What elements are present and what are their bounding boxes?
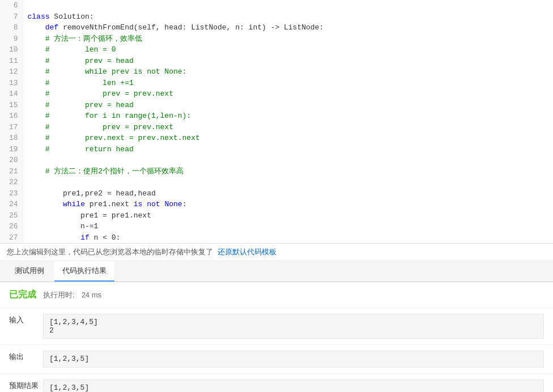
line-code: pre1,pre2 = head,head (23, 188, 553, 199)
input-value-box: [1,2,3,4,5] 2 (43, 314, 544, 339)
table-row: 13 # len +=1 (0, 78, 553, 89)
comment-line: # prev = head (28, 101, 134, 109)
comment-line: # 方法一：两个循环，效率低 (28, 35, 143, 43)
comment-line: # for i in range(1,len-n): (28, 112, 192, 120)
line-code: # 方法一：两个循环，效率低 (23, 33, 553, 45)
table-row: 23 pre1,pre2 = head,head (0, 188, 553, 199)
table-row: 18 # prev.next = prev.next.next (0, 133, 553, 144)
line-number: 13 (0, 78, 23, 89)
line-code: # 方法二：使用2个指针，一个循环效率高 (23, 166, 553, 177)
table-row: 26 n-=1 (0, 221, 553, 232)
recovery-link[interactable]: 还原默认代码模板 (218, 248, 276, 257)
exec-time-value: 24 ms (82, 291, 101, 299)
comment-line: # len +=1 (28, 79, 134, 87)
comment-line: # 方法二：使用2个指针，一个循环效率高 (28, 167, 184, 176)
recovery-bar: 您上次编辑到这里，代码已从您浏览器本地的临时存储中恢复了 还原默认代码模板 (0, 244, 553, 261)
line-number: 25 (0, 210, 23, 221)
table-row: 15 # prev = head (0, 100, 553, 111)
line-code: n-=1 (23, 221, 553, 232)
line-number: 23 (0, 188, 23, 199)
line-code: # len +=1 (23, 78, 553, 89)
line-number: 8 (0, 22, 23, 33)
code-table: 6 7 class Solution: 8 def removeNthFromE… (0, 0, 553, 243)
line-number: 12 (0, 66, 23, 78)
status-row: 已完成 执行用时: 24 ms (0, 282, 553, 308)
table-row: 11 # prev = head (0, 56, 553, 67)
output-value: [1,2,3,5] (49, 355, 538, 363)
line-number: 14 (0, 88, 23, 100)
line-number: 21 (0, 166, 23, 177)
line-code: # prev.next = prev.next.next (23, 133, 553, 144)
keyword-if: if (80, 233, 90, 242)
output-row: 输出 [1,2,3,5] (0, 345, 553, 374)
status-badge: 已完成 (9, 289, 36, 301)
line-code: # len = 0 (23, 44, 553, 56)
class-name: Solution: (54, 12, 93, 21)
recovery-text: 您上次编辑到这里，代码已从您浏览器本地的临时存储中恢复了 (7, 248, 213, 257)
comment-line: # prev = prev.next (28, 90, 173, 98)
table-row: 17 # prev = prev.next (0, 122, 553, 133)
line-code: pre1 = pre1.next (23, 210, 553, 221)
line-code: # prev = prev.next (23, 122, 553, 133)
comment-line: # len = 0 (28, 45, 116, 54)
table-row: 19 # return head (0, 144, 553, 155)
keyword-while: while (63, 200, 85, 208)
table-row: 21 # 方法二：使用2个指针，一个循环效率高 (0, 166, 553, 177)
line-code (23, 155, 553, 166)
keyword-is: is (134, 200, 143, 208)
comment-line: # prev = head (28, 57, 134, 65)
expected-label: 预期结果 (9, 380, 43, 391)
line-code: # while prev is not None: (23, 66, 553, 78)
line-number: 6 (0, 0, 23, 11)
comment-line: # while prev is not None: (28, 67, 187, 76)
table-row: 27 if n < 0: (0, 232, 553, 244)
keyword-none: None (164, 200, 182, 208)
line-number: 24 (0, 199, 23, 210)
table-row: 9 # 方法一：两个循环，效率低 (0, 33, 553, 45)
output-value-box: [1,2,3,5] (43, 351, 544, 368)
table-row: 20 (0, 155, 553, 166)
line-number: 16 (0, 110, 23, 122)
line-number: 20 (0, 155, 23, 166)
tab-exec-result[interactable]: 代码执行结果 (54, 261, 114, 282)
keyword-class: class (28, 12, 50, 21)
keyword-not: not (147, 200, 160, 208)
line-number: 19 (0, 144, 23, 155)
line-code: # return head (23, 144, 553, 155)
line-code: # for i in range(1,len-n): (23, 110, 553, 122)
line-code (23, 0, 553, 11)
input-value-line1: [1,2,3,4,5] (49, 318, 538, 326)
line-number: 27 (0, 232, 23, 244)
table-row: 8 def removeNthFromEnd(self, head: ListN… (0, 22, 553, 33)
table-row: 22 (0, 177, 553, 188)
expected-value: [1,2,3,5] (49, 384, 538, 392)
line-number: 18 (0, 133, 23, 144)
table-row: 7 class Solution: (0, 11, 553, 23)
line-code: class Solution: (23, 11, 553, 23)
code-editor: 6 7 class Solution: 8 def removeNthFromE… (0, 0, 553, 244)
table-row: 14 # prev = prev.next (0, 88, 553, 100)
line-number: 26 (0, 221, 23, 232)
input-row: 输入 [1,2,3,4,5] 2 (0, 308, 553, 345)
line-code: # prev = prev.next (23, 88, 553, 100)
tab-test-cases[interactable]: 测试用例 (7, 261, 52, 282)
line-number: 17 (0, 122, 23, 133)
results-area: 已完成 执行用时: 24 ms 输入 [1,2,3,4,5] 2 输出 [1,2… (0, 282, 553, 392)
line-code: # prev = head (23, 56, 553, 67)
line-number: 9 (0, 33, 23, 45)
table-row: 16 # for i in range(1,len-n): (0, 110, 553, 122)
table-row: 10 # len = 0 (0, 44, 553, 56)
line-number: 10 (0, 44, 23, 56)
expected-row: 预期结果 [1,2,3,5] (0, 374, 553, 392)
func-name: removeNthFromEnd(self, head: ListNode, n… (63, 23, 324, 32)
table-row: 24 while pre1.next is not None: (0, 199, 553, 210)
comment-line: # prev = prev.next (28, 123, 173, 131)
input-value-line2: 2 (49, 326, 538, 335)
tabs-bar: 测试用例 代码执行结果 (0, 261, 553, 282)
output-label: 输出 (9, 351, 43, 362)
line-code (23, 177, 553, 188)
comment-line: # return head (28, 145, 134, 154)
line-code: # prev = head (23, 100, 553, 111)
line-number: 15 (0, 100, 23, 111)
table-row: 25 pre1 = pre1.next (0, 210, 553, 221)
